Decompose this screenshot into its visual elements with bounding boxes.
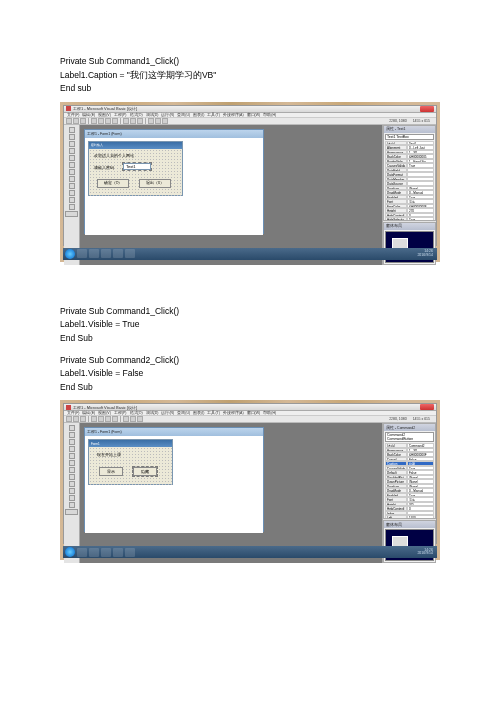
start-button[interactable]: [65, 249, 75, 259]
hide-button[interactable]: 隐藏: [133, 467, 157, 476]
menu-item[interactable]: 图表(I): [193, 411, 204, 415]
menu-item[interactable]: 编辑(E): [82, 411, 95, 415]
task-item[interactable]: [89, 249, 99, 258]
tb-btn[interactable]: [123, 118, 129, 124]
properties-panel[interactable]: 属性 - Text1 Text1 TextBox (名称)Text1Alignm…: [383, 125, 436, 221]
tb-btn[interactable]: [66, 416, 72, 422]
menu-item[interactable]: 运行(R): [161, 113, 174, 117]
menu-item[interactable]: 文件(F): [67, 113, 79, 117]
tool-timer-icon[interactable]: [69, 502, 75, 508]
tb-btn[interactable]: [73, 118, 79, 124]
tool-combo-icon[interactable]: [69, 474, 75, 480]
task-item[interactable]: [113, 249, 123, 258]
tb-btn[interactable]: [130, 118, 136, 124]
task-item[interactable]: [77, 249, 87, 258]
close-icon[interactable]: [420, 106, 434, 112]
start-button[interactable]: [65, 547, 75, 557]
tb-btn[interactable]: [80, 118, 86, 124]
tb-btn[interactable]: [105, 416, 111, 422]
tb-btn[interactable]: [80, 416, 86, 422]
password-input[interactable]: Text1: [123, 163, 151, 170]
tb-btn[interactable]: [112, 118, 118, 124]
tool-label-icon[interactable]: [69, 432, 75, 438]
menu-item[interactable]: 视图(V): [98, 411, 111, 415]
menu-item[interactable]: 调试(D): [146, 411, 159, 415]
ide-toolbar[interactable]: 2280, 10801455 x 615: [64, 416, 436, 423]
tb-btn[interactable]: [98, 118, 104, 124]
menu-item[interactable]: 视图(V): [98, 113, 111, 117]
tool-hscroll-icon[interactable]: [69, 190, 75, 196]
menu-item[interactable]: 工具(T): [207, 113, 219, 117]
tool-option-icon[interactable]: [69, 467, 75, 473]
tb-btn[interactable]: [123, 416, 129, 422]
tool-checkbox-icon[interactable]: [69, 460, 75, 466]
tool-checkbox-icon[interactable]: [69, 162, 75, 168]
tb-btn[interactable]: [148, 118, 154, 124]
tool-command-icon[interactable]: [69, 155, 75, 161]
tool-vscroll-icon[interactable]: [69, 495, 75, 501]
tool-ole-icon[interactable]: [65, 211, 78, 217]
object-selector[interactable]: Text1 TextBox: [385, 134, 434, 140]
tool-timer-icon[interactable]: [69, 204, 75, 210]
toolbox[interactable]: [64, 125, 80, 265]
menu-item[interactable]: 外接程序(A): [223, 411, 244, 415]
tb-btn[interactable]: [105, 118, 111, 124]
menu-item[interactable]: 调试(D): [146, 113, 159, 117]
properties-panel[interactable]: 属性 - Command2 Command2 CommandButton (名称…: [383, 423, 436, 519]
tb-btn[interactable]: [137, 416, 143, 422]
task-item[interactable]: [101, 548, 111, 557]
menu-item[interactable]: 工程(P): [114, 411, 127, 415]
task-item[interactable]: [125, 548, 135, 557]
menu-item[interactable]: 窗口(W): [247, 411, 261, 415]
tb-btn[interactable]: [155, 118, 161, 124]
taskbar[interactable]: 14:262016/9/14: [63, 248, 437, 260]
tool-frame-icon[interactable]: [69, 148, 75, 154]
tb-btn[interactable]: [112, 416, 118, 422]
task-item[interactable]: [125, 249, 135, 258]
menu-item[interactable]: 文件(F): [67, 411, 79, 415]
task-item[interactable]: [101, 249, 111, 258]
tool-list-icon[interactable]: [69, 481, 75, 487]
tool-textbox-icon[interactable]: [69, 439, 75, 445]
toolbox[interactable]: [64, 423, 80, 563]
menu-item[interactable]: 帮助(H): [263, 411, 276, 415]
tool-list-icon[interactable]: [69, 183, 75, 189]
tool-combo-icon[interactable]: [69, 176, 75, 182]
menu-item[interactable]: 编辑(E): [82, 113, 95, 117]
tool-command-icon[interactable]: [69, 453, 75, 459]
menu-item[interactable]: 格式(O): [130, 113, 143, 117]
ok-button[interactable]: 确定（O）: [97, 179, 129, 188]
login-dialog[interactable]: 密码输入 欢迎进入我的个人网站 请输入密码 Text1 确定（O）: [88, 141, 183, 196]
tool-pointer-icon[interactable]: [69, 425, 75, 431]
tool-hscroll-icon[interactable]: [69, 488, 75, 494]
task-item[interactable]: [89, 548, 99, 557]
tool-frame-icon[interactable]: [69, 446, 75, 452]
tool-option-icon[interactable]: [69, 169, 75, 175]
tb-btn[interactable]: [91, 118, 97, 124]
ide-toolbar[interactable]: 2280, 10801455 x 615: [64, 118, 436, 125]
show-button[interactable]: 显示: [99, 467, 123, 476]
tb-btn[interactable]: [73, 416, 79, 422]
form1-dialog[interactable]: Form1 现在开始上课 显示 隐藏: [88, 439, 173, 485]
menu-item[interactable]: 查询(U): [177, 113, 190, 117]
tool-vscroll-icon[interactable]: [69, 197, 75, 203]
tb-btn[interactable]: [137, 118, 143, 124]
menu-item[interactable]: 格式(O): [130, 411, 143, 415]
tool-pointer-icon[interactable]: [69, 127, 75, 133]
menu-item[interactable]: 窗口(W): [247, 113, 261, 117]
tb-btn[interactable]: [98, 416, 104, 422]
form-designer-window[interactable]: 工程1 - Form1 (Form) Form1 现在开始上课 显示: [84, 427, 264, 532]
tool-ole-icon[interactable]: [65, 509, 78, 515]
menu-item[interactable]: 外接程序(A): [223, 113, 244, 117]
tb-btn[interactable]: [66, 118, 72, 124]
menu-item[interactable]: 工具(T): [207, 411, 219, 415]
task-item[interactable]: [113, 548, 123, 557]
property-row[interactable]: Left1920: [385, 515, 434, 519]
menu-item[interactable]: 图表(I): [193, 113, 204, 117]
tool-label-icon[interactable]: [69, 134, 75, 140]
menu-item[interactable]: 运行(R): [161, 411, 174, 415]
property-row[interactable]: HideSelectioTrue: [385, 217, 434, 221]
menu-item[interactable]: 查询(U): [177, 411, 190, 415]
menu-item[interactable]: 帮助(H): [263, 113, 276, 117]
tool-textbox-icon[interactable]: [69, 141, 75, 147]
